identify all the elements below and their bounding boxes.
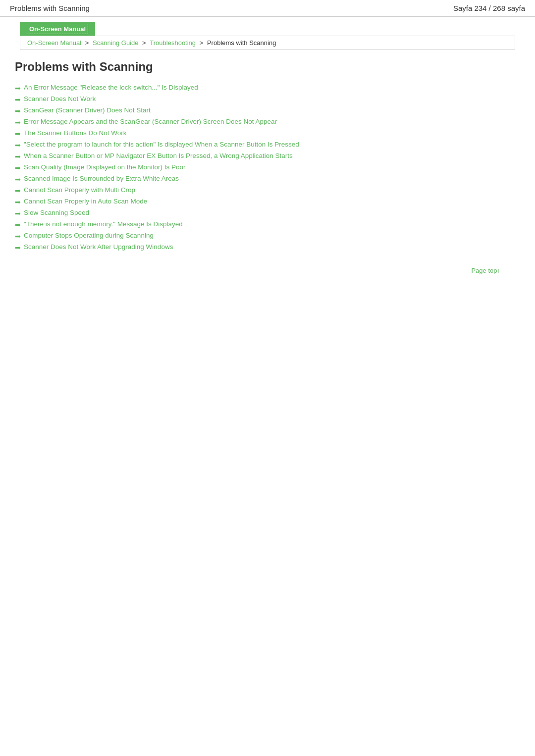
- list-item-link-2[interactable]: ScanGear (Scanner Driver) Does Not Start: [24, 106, 151, 114]
- list-item-link-10[interactable]: Cannot Scan Properly in Auto Scan Mode: [24, 198, 147, 205]
- list-item: ➡"Select the program to launch for this …: [15, 141, 520, 149]
- breadcrumb-link-manual[interactable]: On-Screen Manual: [27, 39, 81, 47]
- list-item: ➡Cannot Scan Properly with Multi Crop: [15, 186, 520, 195]
- list-item-link-5[interactable]: "Select the program to launch for this a…: [24, 141, 299, 148]
- breadcrumb-link-scanning-guide[interactable]: Scanning Guide: [93, 39, 139, 47]
- page-top-container: Page top↑: [15, 266, 520, 274]
- main-content: Problems with Scanning ➡An Error Message…: [0, 50, 535, 284]
- list-item: ➡Slow Scanning Speed: [15, 209, 520, 217]
- list-item-link-12[interactable]: "There is not enough memory." Message Is…: [24, 220, 183, 228]
- breadcrumb-sep-3: >: [200, 39, 205, 47]
- list-item: ➡Scan Quality (Image Displayed on the Mo…: [15, 163, 520, 172]
- arrow-icon: ➡: [15, 118, 21, 126]
- manual-header-label: On-Screen Manual: [27, 24, 88, 34]
- list-item-link-1[interactable]: Scanner Does Not Work: [24, 95, 96, 102]
- list-item-link-9[interactable]: Cannot Scan Properly with Multi Crop: [24, 186, 135, 194]
- top-bar: Problems with Scanning Sayfa 234 / 268 s…: [0, 0, 535, 17]
- arrow-icon: ➡: [15, 232, 21, 240]
- list-item: ➡Scanner Does Not Work After Upgrading W…: [15, 243, 520, 252]
- arrow-icon: ➡: [15, 175, 21, 183]
- arrow-icon: ➡: [15, 96, 21, 103]
- list-item: ➡When a Scanner Button or MP Navigator E…: [15, 152, 520, 160]
- breadcrumb-bar: On-Screen Manual > Scanning Guide > Trou…: [20, 36, 515, 50]
- list-item-link-3[interactable]: Error Message Appears and the ScanGear (…: [24, 118, 277, 125]
- arrow-icon: ➡: [15, 244, 21, 252]
- list-item: ➡ScanGear (Scanner Driver) Does Not Star…: [15, 106, 520, 115]
- list-item: ➡The Scanner Buttons Do Not Work: [15, 129, 520, 138]
- arrow-icon: ➡: [15, 198, 21, 206]
- breadcrumb-current: Problems with Scanning: [207, 39, 276, 47]
- breadcrumb: On-Screen Manual > Scanning Guide > Trou…: [27, 39, 276, 47]
- breadcrumb-sep-1: >: [85, 39, 91, 47]
- list-item-link-11[interactable]: Slow Scanning Speed: [24, 209, 89, 216]
- arrow-icon: ➡: [15, 152, 21, 160]
- page-top-link[interactable]: Page top↑: [471, 267, 500, 274]
- list-item: ➡An Error Message "Release the lock swit…: [15, 84, 520, 92]
- list-item-link-0[interactable]: An Error Message "Release the lock switc…: [24, 84, 198, 91]
- arrow-icon: ➡: [15, 209, 21, 217]
- arrow-icon: ➡: [15, 187, 21, 195]
- page-title: Problems with Scanning: [15, 60, 520, 74]
- arrow-icon: ➡: [15, 84, 21, 92]
- list-item-link-8[interactable]: Scanned Image Is Surrounded by Extra Whi…: [24, 175, 179, 182]
- list-item-link-7[interactable]: Scan Quality (Image Displayed on the Mon…: [24, 163, 185, 171]
- list-item: ➡Error Message Appears and the ScanGear …: [15, 118, 520, 126]
- arrow-icon: ➡: [15, 107, 21, 115]
- list-item-link-14[interactable]: Scanner Does Not Work After Upgrading Wi…: [24, 243, 173, 251]
- list-item: ➡Computer Stops Operating during Scannin…: [15, 232, 520, 240]
- list-item-link-13[interactable]: Computer Stops Operating during Scanning: [24, 232, 154, 239]
- top-bar-title: Problems with Scanning: [10, 4, 90, 12]
- page-info: Sayfa 234 / 268 sayfa: [453, 4, 525, 12]
- arrow-icon: ➡: [15, 130, 21, 138]
- list-item-link-6[interactable]: When a Scanner Button or MP Navigator EX…: [24, 152, 293, 159]
- list-item-link-4[interactable]: The Scanner Buttons Do Not Work: [24, 129, 127, 137]
- list-item: ➡Cannot Scan Properly in Auto Scan Mode: [15, 198, 520, 206]
- list-item: ➡"There is not enough memory." Message I…: [15, 220, 520, 229]
- breadcrumb-link-troubleshooting[interactable]: Troubleshooting: [150, 39, 196, 47]
- link-list: ➡An Error Message "Release the lock swit…: [15, 84, 520, 252]
- arrow-icon: ➡: [15, 221, 21, 229]
- arrow-icon: ➡: [15, 141, 21, 149]
- manual-header-box: On-Screen Manual: [20, 22, 95, 36]
- list-item: ➡Scanner Does Not Work: [15, 95, 520, 103]
- arrow-icon: ➡: [15, 164, 21, 172]
- breadcrumb-sep-2: >: [142, 39, 148, 47]
- list-item: ➡Scanned Image Is Surrounded by Extra Wh…: [15, 175, 520, 183]
